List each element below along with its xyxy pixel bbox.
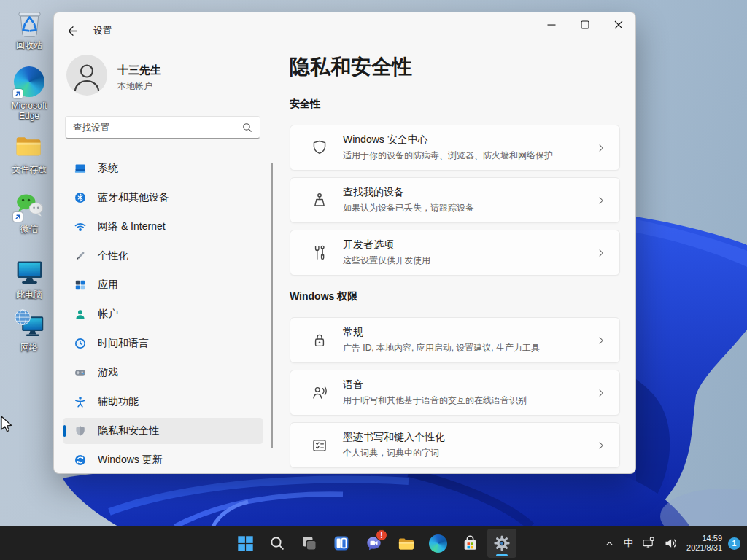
taskbar-search-button[interactable]: [263, 529, 292, 558]
sidebar-item-personalization[interactable]: 个性化: [63, 243, 263, 269]
user-avatar[interactable]: [66, 55, 107, 96]
search-icon: [268, 534, 286, 552]
desktop-icon-wechat[interactable]: 微信: [1, 190, 57, 234]
desktop-icon-label: 微信: [1, 224, 57, 234]
person-icon: [66, 55, 107, 96]
ime-indicator[interactable]: 中: [619, 529, 638, 558]
microsoft-store-icon: [461, 534, 479, 553]
card-subtitle: 适用于你的设备的防病毒、浏览器、防火墙和网络保护: [343, 149, 553, 162]
sidebar-item-label: 系统: [98, 162, 118, 175]
active-app-indicator: [496, 554, 508, 556]
card-subtitle: 广告 ID, 本地内容, 应用启动, 设置建议, 生产力工具: [343, 342, 540, 354]
sidebar-item-label: 个性化: [98, 249, 128, 262]
card-inking-typing[interactable]: 墨迹书写和键入个性化 个人词典，词典中的字词: [290, 422, 620, 468]
card-title: 语音: [343, 378, 527, 392]
chevron-right-icon: [595, 246, 608, 260]
close-icon: [614, 20, 623, 29]
sidebar-item-accessibility[interactable]: 辅助功能: [63, 389, 263, 415]
card-speech[interactable]: 语音 用于听写和其他基于语音的交互的在线语音识别: [290, 370, 620, 416]
desktop-icon-microsoft-edge[interactable]: Microsoft Edge: [1, 66, 57, 121]
settings-button[interactable]: [487, 529, 516, 558]
maximize-button[interactable]: [568, 12, 602, 37]
sidebar-item-privacy-security[interactable]: 隐私和安全性: [63, 418, 263, 444]
sidebar-item-system[interactable]: 系统: [63, 155, 263, 182]
file-explorer-button[interactable]: [391, 529, 420, 558]
sidebar-item-bluetooth-devices[interactable]: 蓝牙和其他设备: [63, 184, 263, 211]
close-button[interactable]: [602, 12, 635, 37]
notification-count-badge[interactable]: 1: [728, 537, 740, 550]
section-heading-security: 安全性: [290, 98, 320, 111]
back-button[interactable]: [60, 20, 85, 41]
task-view-button[interactable]: [295, 529, 324, 558]
volume-button[interactable]: [659, 529, 681, 558]
window-titlebar: 设置: [54, 12, 635, 49]
sidebar-item-label: 隐私和安全性: [98, 424, 159, 438]
speaker-icon: [664, 537, 677, 550]
back-arrow-icon: [66, 25, 79, 37]
user-name: 十三先生: [117, 63, 161, 77]
personalization-icon: [74, 250, 86, 262]
folder-icon: [13, 130, 46, 163]
tray-time: 14:59: [686, 534, 722, 544]
file-explorer-icon: [397, 534, 415, 553]
desktop-icon-this-pc[interactable]: 此电脑: [1, 255, 57, 300]
desktop-icon-label: 文件存放: [1, 164, 57, 174]
sidebar-item-windows-update[interactable]: Windows 更新: [63, 447, 263, 473]
desktop-icon-label: 此电脑: [1, 289, 57, 300]
chevron-right-icon: [595, 439, 608, 452]
card-subtitle: 这些设置仅供开发使用: [343, 254, 430, 267]
sidebar-item-label: 蓝牙和其他设备: [98, 191, 169, 204]
card-title: 常规: [343, 326, 540, 339]
start-button[interactable]: [231, 529, 260, 558]
sidebar-item-label: Windows 更新: [98, 454, 163, 467]
section-heading-windows-permissions: Windows 权限: [290, 290, 357, 303]
desktop-icon-label: Microsoft Edge: [1, 101, 57, 121]
search-input[interactable]: [66, 122, 242, 133]
settings-search-box[interactable]: [65, 116, 260, 139]
sidebar-item-label: 辅助功能: [98, 395, 139, 408]
sidebar-item-apps[interactable]: 应用: [63, 272, 263, 298]
search-icon: [242, 122, 252, 133]
edge-button[interactable]: [423, 529, 452, 558]
edge-icon: [13, 66, 46, 99]
system-icon: [74, 163, 86, 174]
bluetooth-icon: [74, 192, 86, 203]
microsoft-store-button[interactable]: [455, 529, 484, 558]
chevron-right-icon: [595, 334, 608, 347]
widgets-button[interactable]: [327, 529, 356, 558]
windows-update-icon: [74, 454, 86, 466]
sidebar-item-accounts[interactable]: 帐户: [63, 301, 263, 327]
desktop: 回收站 Microsoft Edge 文件存放: [0, 0, 747, 560]
recycle-bin-icon: [13, 6, 46, 39]
network-status-button[interactable]: [638, 529, 659, 558]
chat-button[interactable]: !: [359, 529, 388, 558]
taskbar-clock[interactable]: 14:59 2021/8/31: [681, 534, 727, 553]
sidebar-item-network-internet[interactable]: 网络 & Internet: [63, 214, 263, 240]
chat-notification-badge: !: [376, 529, 387, 541]
tray-show-hidden-icons-button[interactable]: [600, 529, 619, 558]
widgets-icon: [333, 534, 350, 552]
card-title: 开发者选项: [343, 238, 430, 252]
network-ethernet-icon: [642, 537, 655, 550]
system-tray: 中 14:59 2021/8/31 1: [600, 526, 744, 560]
card-subtitle: 用于听写和其他基于语音的交互的在线语音识别: [343, 394, 527, 407]
card-general[interactable]: 常规 广告 ID, 本地内容, 应用启动, 设置建议, 生产力工具: [290, 317, 620, 363]
this-pc-icon: [13, 255, 46, 288]
card-title: Windows 安全中心: [343, 133, 553, 147]
settings-gear-icon: [492, 534, 511, 553]
desktop-icon-recycle-bin[interactable]: 回收站: [1, 6, 57, 50]
shortcut-arrow-icon: [13, 212, 23, 222]
desktop-icon-network[interactable]: 网络: [1, 308, 57, 352]
card-find-my-device[interactable]: 查找我的设备 如果认为设备已丢失，请跟踪设备: [290, 177, 620, 223]
page-title: 隐私和安全性: [290, 53, 412, 81]
desktop-icon-file-folder[interactable]: 文件存放: [1, 130, 57, 174]
sidebar-item-time-language[interactable]: 时间和语言: [63, 330, 263, 357]
card-developer-options[interactable]: 开发者选项 这些设置仅供开发使用: [290, 230, 620, 276]
sidebar-scrollbar[interactable]: [271, 163, 273, 448]
card-subtitle: 如果认为设备已丢失，请跟踪设备: [343, 202, 474, 214]
card-windows-security[interactable]: Windows 安全中心 适用于你的设备的防病毒、浏览器、防火墙和网络保护: [290, 125, 620, 171]
caption-controls: [535, 12, 635, 37]
edge-icon: [429, 534, 447, 553]
sidebar-item-gaming[interactable]: 游戏: [63, 359, 263, 386]
minimize-button[interactable]: [535, 12, 568, 37]
